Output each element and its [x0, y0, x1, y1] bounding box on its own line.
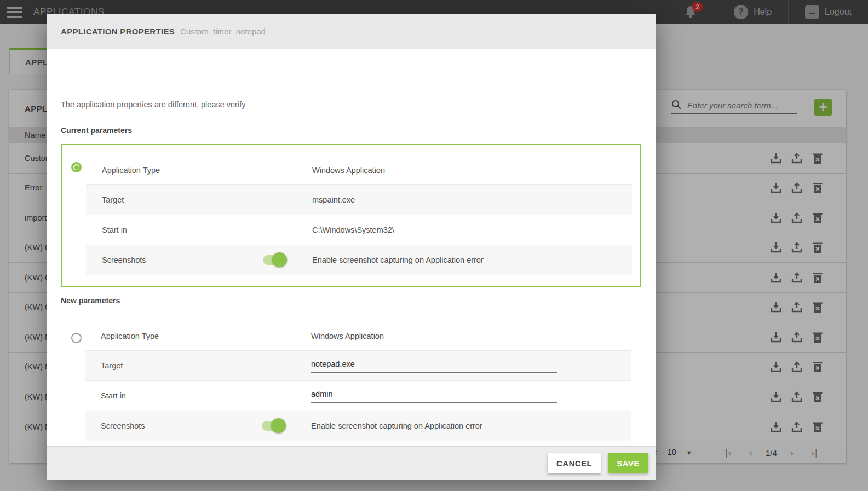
param-value-cell: [296, 381, 631, 411]
param-row-screenshots: Screenshots Enable screenshot capturing …: [85, 411, 631, 441]
param-row-application-type: Application Type Windows Application: [85, 321, 631, 351]
param-label: Target: [85, 351, 296, 380]
param-row-start-in: Start in C:\Windows\System32\: [86, 215, 632, 245]
start-in-input[interactable]: [311, 389, 557, 403]
dialog-title: APPLICATION PROPERTIES: [61, 27, 175, 36]
screenshots-toggle[interactable]: [262, 420, 284, 431]
param-label: Start in: [85, 381, 296, 411]
current-parameters-box[interactable]: Application Type Windows Application Tar…: [61, 144, 641, 287]
new-parameters-label: New parameters: [61, 296, 120, 305]
param-value-cell: [296, 351, 631, 380]
param-label: Screenshots: [85, 411, 296, 441]
new-parameters-table: Application Type Windows Application Tar…: [85, 321, 631, 441]
param-value: Windows Application: [297, 155, 632, 184]
current-parameters-label: Current parameters: [61, 126, 132, 135]
param-value: C:\Windows\System32\: [297, 215, 632, 245]
param-row-target: Target: [85, 351, 631, 381]
target-input[interactable]: [311, 359, 557, 373]
param-row-start-in: Start in: [85, 381, 631, 411]
param-label: Application Type: [86, 155, 297, 184]
param-label: Screenshots: [86, 245, 297, 275]
param-value: mspaint.exe: [297, 185, 632, 215]
dialog-footer: CANCEL SAVE: [47, 446, 656, 480]
param-label: Target: [86, 185, 297, 215]
param-label-text: Screenshots: [102, 256, 146, 264]
param-value: Enable screenshot capturing on Applicati…: [296, 411, 631, 441]
screenshots-toggle[interactable]: [263, 255, 285, 265]
param-label: Application Type: [85, 321, 296, 350]
cancel-button[interactable]: CANCEL: [548, 453, 601, 473]
dialog-subtitle: Custom_timer_notepad: [180, 27, 266, 36]
param-label-text: Screenshots: [101, 421, 145, 430]
dialog-body: The application properties are different…: [47, 49, 656, 446]
param-row-target: Target mspaint.exe: [86, 185, 632, 215]
param-label: Start in: [86, 215, 297, 245]
current-parameters-table: Application Type Windows Application Tar…: [86, 155, 632, 275]
param-value: Windows Application: [296, 321, 631, 350]
save-button[interactable]: SAVE: [608, 453, 648, 473]
param-row-screenshots: Screenshots Enable screenshot capturing …: [86, 245, 632, 275]
param-row-application-type: Application Type Windows Application: [86, 155, 632, 185]
param-value: Enable screenshot capturing on Applicati…: [297, 245, 632, 275]
new-parameters-box: Application Type Windows Application Tar…: [61, 321, 641, 446]
dialog-header: APPLICATION PROPERTIES Custom_timer_note…: [47, 14, 656, 49]
application-properties-dialog: APPLICATION PROPERTIES Custom_timer_note…: [47, 14, 656, 480]
verify-message: The application properties are different…: [61, 100, 245, 109]
screen: APPLICATIONS 2 ? Help → Logout APPLICATI…: [0, 0, 868, 491]
